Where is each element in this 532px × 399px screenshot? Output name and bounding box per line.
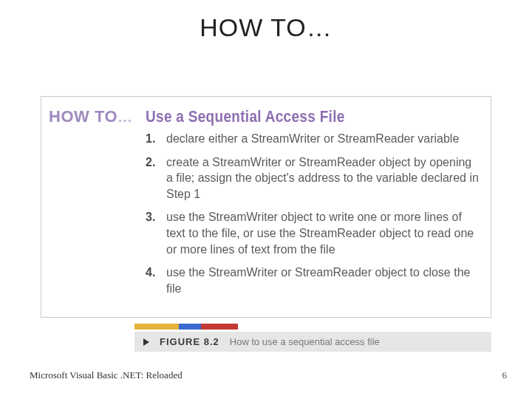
- list-item: declare either a StreamWriter or StreamR…: [146, 131, 479, 147]
- list-item: create a StreamWriter or StreamReader ob…: [146, 154, 479, 202]
- bar-segment-blue: [179, 324, 201, 330]
- bar-segment-red: [201, 324, 238, 330]
- slide-title: HOW TO…: [0, 13, 532, 42]
- list-item: use the StreamWriter object to write one…: [146, 209, 479, 257]
- steps-list: declare either a StreamWriter or StreamR…: [146, 131, 479, 296]
- bar-segment-yellow: [134, 324, 179, 330]
- content-column: Use a Sequential Access File declare eit…: [141, 97, 491, 317]
- figure-box: HOW TO… Use a Sequential Access File dec…: [41, 96, 491, 318]
- figure-subtitle: Use a Sequential Access File: [146, 107, 479, 126]
- howto-column: HOW TO…: [41, 97, 141, 317]
- page-number: 6: [502, 369, 508, 381]
- triangle-right-icon: [143, 338, 149, 346]
- caption-strip: FIGURE 8.2 How to use a sequential acces…: [134, 332, 491, 352]
- howto-ellipsis-icon: …: [117, 109, 134, 125]
- footer-source: Microsoft Visual Basic .NET: Reloaded: [30, 369, 183, 381]
- list-item: use the StreamWriter or StreamReader obj…: [146, 265, 479, 296]
- figure-description: How to use a sequential access file: [230, 336, 380, 347]
- figure-number-label: FIGURE 8.2: [160, 336, 219, 347]
- figure-caption-area: FIGURE 8.2 How to use a sequential acces…: [134, 324, 491, 352]
- howto-label: HOW TO: [49, 107, 117, 126]
- color-bar: [134, 324, 491, 330]
